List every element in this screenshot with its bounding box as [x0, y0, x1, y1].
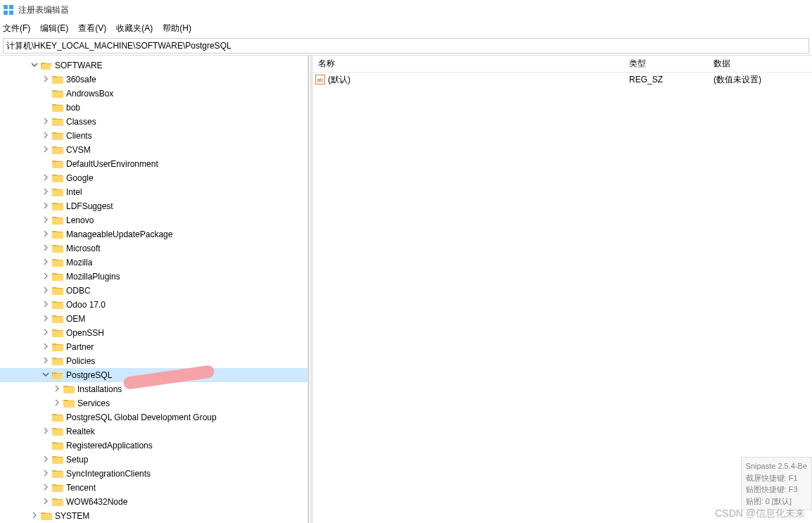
tree-item[interactable]: bob — [0, 101, 307, 115]
chevron-down-icon[interactable] — [30, 61, 39, 70]
tree-item[interactable]: PostgreSQL — [0, 368, 307, 382]
col-type-header[interactable]: 类型 — [629, 58, 713, 70]
chevron-right-icon[interactable] — [41, 216, 51, 225]
tree-item[interactable]: SYSTEM — [0, 509, 307, 523]
list-header[interactable]: 名称 类型 数据 — [312, 56, 812, 73]
tree-item[interactable]: SyncIntegrationClients — [0, 467, 307, 481]
chevron-right-icon[interactable] — [41, 146, 51, 154]
tree-item[interactable]: PostgreSQL Global Development Group — [0, 410, 307, 424]
chevron-right-icon[interactable] — [41, 75, 51, 84]
chevron-right-icon[interactable] — [41, 343, 51, 351]
tree-item[interactable]: Clients — [0, 129, 307, 143]
chevron-down-icon[interactable] — [41, 371, 51, 379]
tree-item[interactable]: ODBC — [0, 284, 307, 298]
tree-item-label: Setup — [66, 455, 88, 465]
chevron-right-icon[interactable] — [41, 272, 51, 281]
folder-icon — [52, 174, 63, 183]
chevron-right-icon[interactable] — [41, 244, 51, 253]
menu-file[interactable]: 文件(F) — [3, 23, 30, 34]
menu-view[interactable]: 查看(V) — [78, 23, 106, 34]
chevron-right-icon[interactable] — [41, 132, 51, 140]
folder-icon — [52, 244, 63, 253]
menu-bar[interactable]: 文件(F) 编辑(E) 查看(V) 收藏夹(A) 帮助(H) — [0, 20, 812, 37]
chevron-right-icon[interactable] — [41, 118, 51, 126]
chevron-right-icon[interactable] — [41, 286, 51, 295]
tree-item[interactable]: OEM — [0, 312, 307, 326]
tree-item-label: Intel — [66, 187, 82, 197]
tree-item[interactable]: SOFTWARE — [0, 58, 307, 73]
chevron-right-icon[interactable] — [41, 315, 51, 323]
tree-item[interactable]: Mozilla — [0, 256, 307, 270]
tree-item-label: 360safe — [66, 75, 96, 84]
tree-item[interactable]: Realtek — [0, 424, 307, 439]
tree-item[interactable]: DefaultUserEnvironment — [0, 157, 307, 171]
tree-pane[interactable]: SOFTWARE360safeAndrowsBoxbobClassesClien… — [0, 56, 308, 523]
col-data-header[interactable]: 数据 — [713, 58, 812, 70]
tree-item[interactable]: Odoo 17.0 — [0, 298, 307, 312]
tree-item[interactable]: AndrowsBox — [0, 87, 307, 101]
folder-icon — [52, 427, 63, 436]
tree-item[interactable]: Services — [0, 396, 307, 410]
chevron-right-icon[interactable] — [41, 329, 51, 337]
tree-item[interactable]: CVSM — [0, 143, 307, 157]
chevron-right-icon[interactable] — [52, 399, 62, 408]
chevron-right-icon[interactable] — [41, 357, 51, 365]
tree-item[interactable]: WOW6432Node — [0, 495, 307, 509]
chevron-right-icon[interactable] — [41, 484, 51, 492]
chevron-right-icon[interactable] — [41, 470, 51, 478]
menu-edit[interactable]: 编辑(E) — [40, 23, 68, 34]
address-bar[interactable]: 计算机\HKEY_LOCAL_MACHINE\SOFTWARE\PostgreS… — [3, 38, 809, 53]
chevron-right-icon[interactable] — [30, 512, 39, 520]
folder-icon — [52, 132, 63, 141]
tree-item[interactable]: Setup — [0, 453, 307, 467]
tree-item-label: bob — [66, 103, 80, 113]
chevron-right-icon[interactable] — [41, 258, 51, 267]
tree-item[interactable]: Tencent — [0, 481, 307, 495]
folder-icon — [52, 286, 63, 296]
chevron-right-icon[interactable] — [41, 301, 51, 309]
chevron-right-icon[interactable] — [41, 202, 51, 210]
list-row[interactable]: ab(默认)REG_SZ(数值未设置) — [312, 73, 812, 87]
chevron-right-icon[interactable] — [41, 455, 51, 464]
string-value-icon: ab — [315, 75, 325, 84]
tree-item[interactable]: Classes — [0, 115, 307, 129]
folder-icon — [52, 357, 63, 366]
chevron-right-icon[interactable] — [52, 385, 62, 393]
svg-rect-1 — [9, 5, 13, 9]
tree-item-label: Realtek — [66, 427, 95, 436]
chevron-right-icon[interactable] — [41, 427, 51, 436]
chevron-right-icon[interactable] — [41, 188, 51, 196]
tree-item[interactable]: Partner — [0, 340, 307, 354]
tree-item[interactable]: MozillaPlugins — [0, 270, 307, 284]
tree-item-label: PostgreSQL Global Development Group — [66, 412, 217, 422]
list-pane[interactable]: 名称 类型 数据 ab(默认)REG_SZ(数值未设置) — [312, 56, 812, 523]
tree-item[interactable]: 360safe — [0, 73, 307, 87]
chevron-right-icon[interactable] — [41, 230, 51, 239]
tree-item[interactable]: RegisteredApplications — [0, 439, 307, 453]
tree-item[interactable]: Lenovo — [0, 213, 307, 227]
chevron-right-icon[interactable] — [41, 498, 51, 506]
tree-item[interactable]: OpenSSH — [0, 326, 307, 340]
tree-item[interactable]: Intel — [0, 185, 307, 199]
tree-item[interactable]: ManageableUpdatePackage — [0, 227, 307, 241]
tree-item[interactable]: LDFSuggest — [0, 199, 307, 213]
folder-icon — [52, 258, 63, 267]
tree-item[interactable]: Installations — [0, 382, 307, 396]
folder-icon — [52, 202, 63, 211]
menu-favorites[interactable]: 收藏夹(A) — [116, 23, 153, 34]
tree-item[interactable]: Policies — [0, 354, 307, 368]
tree-item[interactable]: Microsoft — [0, 241, 307, 256]
tree-item[interactable]: Google — [0, 171, 307, 185]
tree-item-label: PostgreSQL — [66, 370, 112, 380]
chevron-right-icon[interactable] — [41, 174, 51, 182]
tree-item-label: OpenSSH — [66, 328, 104, 338]
folder-open-icon — [52, 371, 63, 380]
watermark: CSDN @信息化未来 — [715, 508, 805, 520]
tree-item-label: SYSTEM — [55, 511, 89, 521]
menu-help[interactable]: 帮助(H) — [163, 23, 191, 34]
snipaste-tooltip: Snipaste 2.5.4-Be 截屏快捷键: F1 贴图快捷键: F3 贴图… — [741, 457, 812, 510]
col-name-header[interactable]: 名称 — [312, 58, 629, 70]
tree-item-label: ManageableUpdatePackage — [66, 229, 172, 239]
tree-item-label: MozillaPlugins — [66, 272, 120, 282]
tree-item-label: CVSM — [66, 145, 91, 155]
